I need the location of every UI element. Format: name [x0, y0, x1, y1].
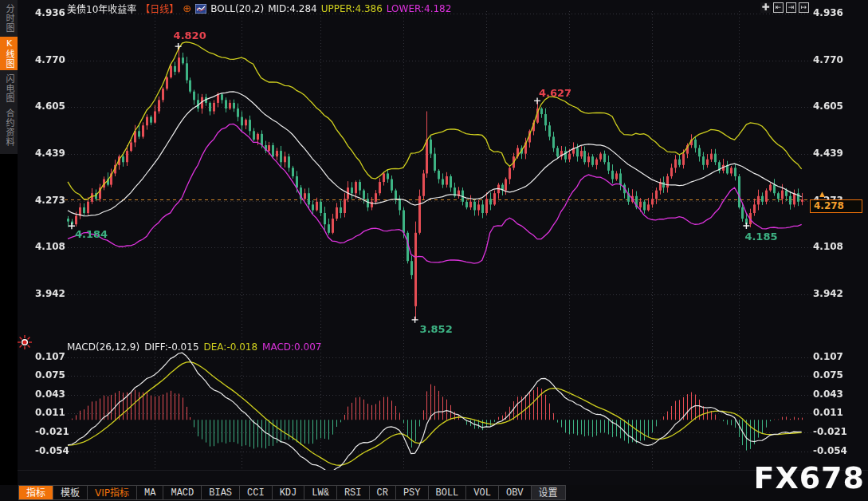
chart-mode-tabs: 分时图K线图闪电图合约资料	[0, 0, 18, 154]
toolbar-tab-设置[interactable]: 设置	[531, 485, 566, 500]
chart-tool-icons: ✚⇤⇥↦	[760, 2, 809, 13]
y-axis-label: -0.021	[813, 426, 847, 437]
indicator-toolbar: 指标模板VIP指标MAMACDBIASCCIKDJLW&RSICRPSYBOLL…	[19, 485, 566, 501]
toolbar-tab-KDJ[interactable]: KDJ	[272, 485, 305, 500]
y-axis-label: 0.011	[813, 407, 843, 418]
macd-diff-value: DIFF:-0.015	[144, 341, 198, 353]
shift-right-icon[interactable]: ↦	[799, 2, 809, 13]
fit-left-icon[interactable]: ⇤	[773, 2, 784, 13]
y-axis-label: 4.439	[813, 148, 843, 159]
y-axis-label: 0.043	[35, 389, 64, 400]
toolbar-tab-CCI[interactable]: CCI	[239, 485, 273, 500]
pan-tool-icon[interactable]: ✚	[760, 2, 771, 13]
boll-mid-value: MID:4.284	[268, 3, 317, 14]
y-axis-label: 0.043	[813, 389, 843, 400]
y-axis-label: 3.942	[35, 288, 64, 299]
chart-canvas[interactable]	[18, 0, 868, 485]
mini-chart-icon[interactable]	[195, 4, 206, 14]
macd-macd-value: MACD:0.007	[262, 341, 321, 353]
sidebar-tab-2[interactable]: 闪电图	[0, 73, 18, 105]
y-axis-label: 4.108	[35, 241, 64, 252]
toolbar-tab-指标[interactable]: 指标	[18, 485, 53, 500]
current-price-tag: 4.278	[810, 199, 862, 213]
toolbar-tab-RSI[interactable]: RSI	[336, 485, 370, 500]
app-window: 分时图K线图闪电图合约资料 美债10年收益率 【日线】 ⊕ BOLL(20,2)…	[0, 0, 868, 501]
toolbar-tab-BIAS[interactable]: BIAS	[201, 485, 240, 500]
macd-header: MACD(26,12,9) DIFF:-0.015 DEA:-0.018 MAC…	[67, 341, 321, 353]
fx678-watermark: FX678	[753, 463, 865, 493]
y-axis-label: 4.605	[813, 101, 843, 112]
globe-target-icon[interactable]: ⊕	[183, 3, 191, 14]
y-axis-label: 0.075	[813, 369, 843, 381]
symbol-title: 美债10年收益率	[67, 2, 136, 15]
toolbar-tab-MA[interactable]: MA	[136, 485, 163, 500]
fit-right-icon[interactable]: ⇥	[786, 2, 796, 13]
boll-lower-value: LOWER:4.182	[387, 3, 452, 14]
y-axis-label: 4.936	[35, 7, 64, 18]
macd-dea-value: DEA:-0.018	[204, 341, 258, 353]
y-axis-label: 0.107	[813, 351, 843, 362]
y-axis-label: 4.273	[35, 195, 64, 206]
price-annotation: 3.852	[420, 323, 453, 335]
price-annotation: 4.184	[75, 228, 108, 240]
y-axis-label: 3.942	[813, 288, 843, 299]
price-annotation: 4.820	[174, 30, 206, 41]
sidebar-tab-0[interactable]: 分时图	[0, 2, 18, 34]
toolbar-tab-MACD[interactable]: MACD	[163, 485, 202, 500]
y-axis-label: 4.605	[35, 101, 64, 112]
toolbar-tab-CR[interactable]: CR	[369, 485, 396, 500]
y-axis-label: 0.075	[35, 369, 64, 381]
toolbar-tab-LW&[interactable]: LW&	[304, 485, 337, 500]
toolbar-tab-BOLL[interactable]: BOLL	[428, 485, 467, 500]
y-axis-label: 4.770	[813, 54, 843, 65]
boll-upper-value: UPPER:4.386	[321, 3, 383, 14]
y-axis-label: 0.107	[35, 351, 64, 362]
left-sidebar: 分时图K线图闪电图合约资料	[0, 0, 18, 485]
y-axis-label: 4.770	[35, 54, 64, 65]
y-axis-label: 0.011	[35, 407, 64, 418]
sidebar-tab-1[interactable]: K线图	[0, 37, 18, 70]
y-axis-label: 4.936	[813, 7, 843, 18]
toolbar-tab-VIP指标[interactable]: VIP指标	[87, 485, 137, 500]
main-chart-header: 美债10年收益率 【日线】 ⊕ BOLL(20,2) MID:4.284 UPP…	[67, 2, 451, 15]
toolbar-tab-VOL[interactable]: VOL	[465, 485, 499, 500]
y-axis-label: -0.054	[813, 445, 847, 456]
toolbar-tab-OBV[interactable]: OBV	[498, 485, 532, 500]
live-indicator-icon	[18, 335, 32, 349]
toolbar-tab-模板[interactable]: 模板	[53, 485, 88, 500]
chart-area: 美债10年收益率 【日线】 ⊕ BOLL(20,2) MID:4.284 UPP…	[18, 0, 868, 485]
sidebar-tab-3[interactable]: 合约资料	[0, 107, 18, 148]
x-axis-strip: 日线 ▲ 2025/012025/022025/032025/042025/05…	[0, 471, 868, 485]
price-annotation: 4.185	[744, 231, 777, 243]
price-arrow-icon: ▲	[819, 190, 825, 198]
y-axis-label: 4.108	[813, 241, 843, 252]
price-annotation: 4.627	[539, 87, 571, 99]
macd-params-label: MACD(26,12,9)	[67, 341, 139, 353]
period-badge[interactable]: 【日线】	[140, 2, 179, 15]
toolbar-tab-PSY[interactable]: PSY	[395, 485, 429, 500]
y-axis-label: 4.439	[35, 148, 64, 159]
y-axis-label: -0.054	[35, 445, 64, 456]
boll-params-label: BOLL(20,2)	[210, 3, 264, 14]
y-axis-label: -0.021	[35, 426, 64, 437]
